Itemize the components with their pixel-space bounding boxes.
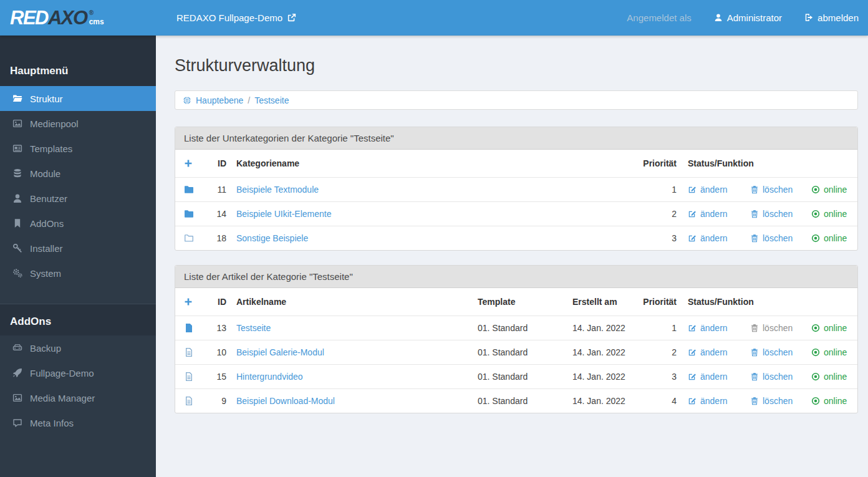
main-content: Strukturverwaltung Hauptebene / Testseit… (156, 36, 868, 477)
online-status-toggle[interactable]: online (811, 209, 847, 219)
database-icon (12, 168, 22, 178)
table-row: 14 Beispiele UIkit-Elemente 2 ändern lös… (175, 201, 857, 226)
table-row: 13 Testseite 01. Standard 14. Jan. 2022 … (175, 316, 857, 340)
sidebar-item-media-manager[interactable]: Media Manager (0, 385, 156, 410)
folder-icon (184, 185, 194, 195)
sidebar-item-system[interactable]: System (0, 261, 156, 286)
online-status-toggle[interactable]: online (811, 233, 847, 243)
edit-icon (688, 234, 697, 243)
external-link-icon (287, 13, 296, 22)
category-link[interactable]: Beispiele UIkit-Elemente (236, 209, 332, 219)
sidebar-item-meta-infos[interactable]: Meta Infos (0, 410, 156, 435)
rocket-icon (12, 368, 22, 378)
table-row: 15 Hintergrundvideo 01. Standard 14. Jan… (175, 364, 857, 388)
delete-button[interactable]: löschen (750, 209, 811, 219)
article-link[interactable]: Hintergrundvideo (236, 372, 303, 382)
articles-table-header: ID Artikelname Template Erstellt am Prio… (175, 288, 857, 316)
delete-button[interactable]: löschen (750, 396, 811, 406)
trash-icon (750, 397, 759, 405)
folder-icon (184, 209, 194, 219)
article-link[interactable]: Testseite (236, 323, 271, 333)
sign-out-icon (804, 13, 813, 22)
articles-panel: Liste der Artikel der Kategorie "Testsei… (175, 265, 858, 413)
key-icon (12, 243, 22, 253)
edit-button[interactable]: ändern (688, 372, 750, 382)
delete-button[interactable]: löschen (750, 233, 811, 243)
article-link[interactable]: Beispiel Galerie-Modul (236, 347, 324, 357)
dot-circle-icon (811, 397, 820, 405)
comment-icon (12, 418, 22, 428)
user-name: Administrator (727, 12, 782, 23)
online-status-toggle[interactable]: online (811, 372, 847, 382)
top-bar: REDAXO ® cms REDAXO Fullpage-Demo Angeme… (0, 0, 868, 36)
add-category-button[interactable] (184, 159, 206, 168)
delete-button[interactable]: löschen (750, 372, 811, 382)
sidebar-item-installer[interactable]: Installer (0, 236, 156, 261)
newspaper-icon (12, 143, 22, 153)
dot-circle-icon (811, 210, 820, 218)
sidebar-item-fullpage-demo[interactable]: Fullpage-Demo (0, 360, 156, 385)
dot-circle-icon (811, 372, 820, 381)
add-article-button[interactable] (184, 297, 206, 306)
user-menu[interactable]: Administrator (714, 12, 782, 23)
table-row: 18 Sonstige Beispiele 3 ändern löschen o… (175, 226, 857, 250)
dot-circle-icon (811, 185, 820, 194)
online-status-toggle[interactable]: online (811, 323, 847, 333)
image-icon (12, 393, 22, 403)
hdd-icon (12, 343, 22, 353)
edit-icon (688, 185, 697, 194)
edit-icon (688, 397, 697, 405)
site-link[interactable]: REDAXO Fullpage-Demo (176, 12, 296, 23)
breadcrumb-separator: / (248, 95, 250, 105)
article-link[interactable]: Beispiel Download-Modul (236, 396, 335, 406)
trash-icon (750, 185, 759, 194)
sidebar-item-addons[interactable]: AddOns (0, 211, 156, 236)
folder-open-icon (12, 94, 22, 104)
online-status-toggle[interactable]: online (811, 396, 847, 406)
categories-panel: Liste der Unterkategorien der Kategorie … (175, 127, 858, 251)
category-link[interactable]: Beispiele Textmodule (236, 185, 319, 195)
logout-label: abmelden (817, 12, 859, 23)
breadcrumb-root-link[interactable]: Hauptebene (196, 95, 243, 105)
edit-button[interactable]: ändern (688, 209, 750, 219)
folder-outline-icon (184, 233, 194, 243)
edit-button[interactable]: ändern (688, 323, 750, 333)
file-outline-icon (184, 347, 194, 357)
edit-button[interactable]: ändern (688, 185, 750, 195)
table-row: 11 Beispiele Textmodule 1 ändern löschen… (175, 177, 857, 201)
logo-text-red: RED (10, 7, 48, 29)
sidebar-item-struktur[interactable]: Struktur (0, 86, 156, 111)
table-row: 10 Beispiel Galerie-Modul 01. Standard 1… (175, 340, 857, 364)
delete-button-disabled: löschen (750, 323, 811, 333)
online-status-toggle[interactable]: online (811, 347, 847, 357)
user-icon (714, 13, 723, 22)
breadcrumb-current-link[interactable]: Testseite (254, 95, 289, 105)
sidebar-item-benutzer[interactable]: Benutzer (0, 186, 156, 211)
logged-in-as-label: Angemeldet als (627, 12, 691, 23)
file-outline-icon (184, 396, 194, 406)
sidebar: Hauptmenü Struktur Medienpool Templates … (0, 36, 156, 477)
sidebar-item-module[interactable]: Module (0, 161, 156, 186)
category-link[interactable]: Sonstige Beispiele (236, 233, 308, 243)
dot-circle-icon (811, 348, 820, 357)
edit-button[interactable]: ändern (688, 347, 750, 357)
trash-icon (750, 210, 759, 218)
delete-button[interactable]: löschen (750, 185, 811, 195)
plus-icon (184, 297, 193, 306)
edit-button[interactable]: ändern (688, 233, 750, 243)
sidebar-item-medienpool[interactable]: Medienpool (0, 111, 156, 136)
logout-button[interactable]: abmelden (804, 12, 859, 23)
trash-icon (750, 372, 759, 381)
sidebar-item-backup[interactable]: Backup (0, 335, 156, 360)
page-title: Strukturverwaltung (175, 56, 858, 75)
delete-button[interactable]: löschen (750, 347, 811, 357)
categories-panel-title: Liste der Unterkategorien der Kategorie … (175, 127, 857, 150)
redaxo-logo[interactable]: REDAXO ® cms (0, 8, 156, 27)
logo-registered-mark: ® (89, 10, 94, 16)
logo-text-axo: AXO (48, 7, 87, 29)
online-status-toggle[interactable]: online (811, 185, 847, 195)
sidebar-item-templates[interactable]: Templates (0, 136, 156, 161)
edit-icon (688, 348, 697, 357)
trash-icon (750, 324, 759, 332)
edit-button[interactable]: ändern (688, 396, 750, 406)
